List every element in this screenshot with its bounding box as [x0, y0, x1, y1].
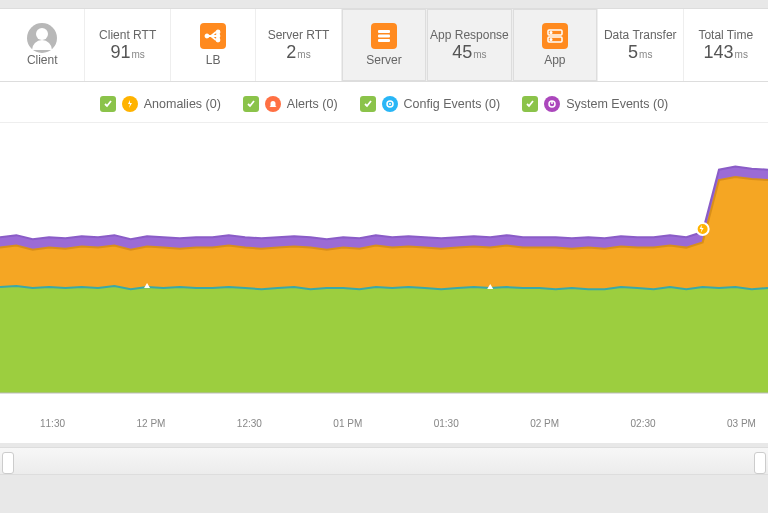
checkbox-icon: [522, 96, 538, 112]
metric-value: 143ms: [704, 42, 748, 63]
svg-point-1: [217, 31, 220, 34]
metric-lb[interactable]: LB: [171, 9, 256, 81]
anomaly-icon: [122, 96, 138, 112]
metric-value: 5ms: [628, 42, 652, 63]
svg-point-10: [550, 39, 552, 41]
checkbox-icon: [243, 96, 259, 112]
metric-label: LB: [206, 53, 221, 67]
metric-label: App: [544, 53, 565, 67]
app-icon: [542, 23, 568, 49]
svg-rect-5: [378, 35, 390, 38]
metric-server-rtt[interactable]: Server RTT 2ms: [256, 9, 341, 81]
legend-alerts[interactable]: Alerts (0): [243, 96, 338, 112]
chart-area[interactable]: 11:3012 PM12:3001 PM01:3002 PM02:3003 PM: [0, 123, 768, 443]
metric-label: Server RTT: [268, 28, 330, 42]
client-icon: [27, 23, 57, 53]
legend-label: System Events (0): [566, 97, 668, 111]
metric-app-response[interactable]: App Response 45ms: [427, 9, 512, 81]
metric-value: 91ms: [110, 42, 144, 63]
legend-row: Anomalies (0) Alerts (0) Config Events (…: [0, 82, 768, 123]
metric-client-rtt[interactable]: Client RTT 91ms: [85, 9, 170, 81]
alert-icon: [265, 96, 281, 112]
x-tick: 12 PM: [136, 418, 165, 429]
svg-point-9: [550, 32, 552, 34]
metric-total-time[interactable]: Total Time 143ms: [684, 9, 768, 81]
x-tick: 02 PM: [530, 418, 559, 429]
metric-value: 45ms: [452, 42, 486, 63]
metric-server[interactable]: Server: [342, 9, 427, 81]
svg-rect-4: [378, 30, 390, 33]
metric-label: App Response: [430, 28, 509, 42]
x-tick: 03 PM: [727, 418, 756, 429]
legend-config-events[interactable]: Config Events (0): [360, 96, 501, 112]
metrics-bar: Client Client RTT 91ms LB Server RTT 2ms…: [0, 8, 768, 82]
metric-value: 2ms: [286, 42, 310, 63]
svg-point-3: [217, 39, 220, 42]
x-tick: 12:30: [237, 418, 262, 429]
checkbox-icon: [360, 96, 376, 112]
legend-label: Alerts (0): [287, 97, 338, 111]
time-range-slider[interactable]: [0, 447, 768, 475]
x-tick: 01 PM: [333, 418, 362, 429]
svg-point-0: [206, 35, 209, 38]
legend-system-events[interactable]: System Events (0): [522, 96, 668, 112]
metric-label: Total Time: [698, 28, 753, 42]
metric-label: Data Transfer: [604, 28, 677, 42]
svg-rect-6: [378, 39, 390, 42]
x-tick: 11:30: [40, 418, 65, 429]
metric-app[interactable]: App: [513, 9, 598, 81]
x-tick: 01:30: [434, 418, 459, 429]
metric-label: Server: [366, 53, 401, 67]
legend-label: Config Events (0): [404, 97, 501, 111]
legend-label: Anomalies (0): [144, 97, 221, 111]
checkbox-icon: [100, 96, 116, 112]
svg-point-12: [389, 103, 391, 105]
system-icon: [544, 96, 560, 112]
server-icon: [371, 23, 397, 49]
metric-data-transfer[interactable]: Data Transfer 5ms: [598, 9, 683, 81]
area-chart-svg: [0, 123, 768, 413]
svg-point-2: [217, 35, 220, 38]
metric-label: Client: [27, 53, 58, 67]
x-tick: 02:30: [631, 418, 656, 429]
config-icon: [382, 96, 398, 112]
legend-anomalies[interactable]: Anomalies (0): [100, 96, 221, 112]
lb-icon: [200, 23, 226, 49]
x-axis-labels: 11:3012 PM12:3001 PM01:3002 PM02:3003 PM: [0, 418, 768, 429]
metric-client[interactable]: Client: [0, 9, 85, 81]
metric-label: Client RTT: [99, 28, 156, 42]
